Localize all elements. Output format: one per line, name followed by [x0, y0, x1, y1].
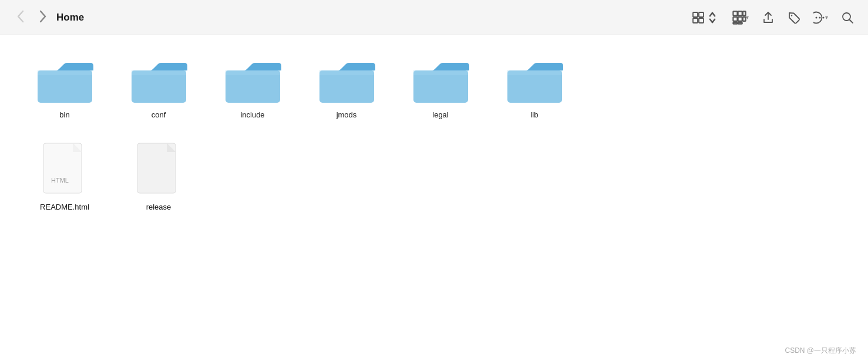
svg-point-12: [791, 15, 792, 16]
svg-rect-7: [733, 16, 737, 21]
view-toggle-button[interactable]: [689, 9, 721, 26]
svg-rect-29: [507, 70, 562, 103]
view-options-chevron: ▾: [746, 14, 749, 21]
svg-rect-4: [733, 11, 737, 15]
svg-rect-11: [738, 22, 742, 23]
svg-point-14: [819, 16, 821, 18]
nav-buttons: [12, 8, 52, 27]
more-button[interactable]: ▾: [811, 9, 830, 26]
svg-rect-23: [226, 70, 280, 103]
svg-rect-10: [733, 22, 737, 23]
folder-label: conf: [152, 110, 166, 119]
svg-rect-3: [699, 18, 704, 23]
svg-rect-30: [507, 70, 562, 75]
svg-rect-8: [738, 16, 742, 21]
svg-rect-26: [319, 70, 374, 75]
svg-point-13: [816, 16, 817, 18]
back-button[interactable]: [12, 8, 29, 27]
forward-button[interactable]: [34, 8, 52, 27]
svg-rect-0: [693, 12, 698, 17]
folder-grid: bin conf include: [29, 53, 839, 124]
svg-rect-22: [132, 70, 186, 75]
file-grid: HTML README.html release: [29, 136, 839, 216]
svg-rect-2: [693, 18, 698, 23]
view-options-button[interactable]: ▾: [729, 8, 751, 28]
folder-label: include: [240, 110, 264, 119]
file-item-README-html[interactable]: HTML README.html: [29, 136, 100, 216]
svg-rect-24: [226, 70, 280, 75]
folder-item-conf[interactable]: conf: [123, 53, 194, 124]
toolbar-actions: ▾ ▾: [689, 8, 856, 28]
folder-label: legal: [432, 110, 448, 119]
folder-item-legal[interactable]: legal: [405, 53, 476, 124]
file-browser-content: bin conf include: [0, 35, 868, 234]
svg-rect-19: [38, 70, 92, 103]
tag-button[interactable]: [785, 9, 803, 26]
svg-rect-27: [413, 70, 468, 103]
folder-item-lib[interactable]: lib: [499, 53, 570, 124]
folder-item-jmods[interactable]: jmods: [311, 53, 382, 124]
svg-rect-25: [319, 70, 374, 103]
svg-point-15: [823, 16, 825, 18]
folder-label: bin: [59, 110, 69, 119]
folder-label: lib: [530, 110, 538, 119]
svg-rect-6: [743, 11, 746, 15]
svg-text:HTML: HTML: [51, 177, 69, 184]
svg-rect-21: [132, 70, 186, 103]
page-title: Home: [56, 12, 84, 23]
toolbar: Home: [0, 0, 868, 35]
svg-rect-28: [413, 70, 468, 75]
svg-rect-20: [38, 70, 92, 75]
folder-item-include[interactable]: include: [217, 53, 288, 124]
folder-item-bin[interactable]: bin: [29, 53, 100, 124]
file-label: release: [146, 203, 171, 211]
svg-rect-1: [699, 12, 704, 17]
more-chevron: ▾: [825, 14, 828, 21]
search-button[interactable]: [839, 9, 856, 26]
watermark: CSDN @一只程序小苏: [785, 346, 856, 356]
share-button[interactable]: [759, 9, 777, 26]
svg-rect-9: [743, 16, 746, 21]
file-label: README.html: [40, 203, 89, 211]
svg-line-18: [850, 19, 853, 23]
folder-label: jmods: [337, 110, 357, 119]
file-item-release[interactable]: release: [123, 136, 194, 216]
svg-rect-5: [738, 11, 742, 15]
